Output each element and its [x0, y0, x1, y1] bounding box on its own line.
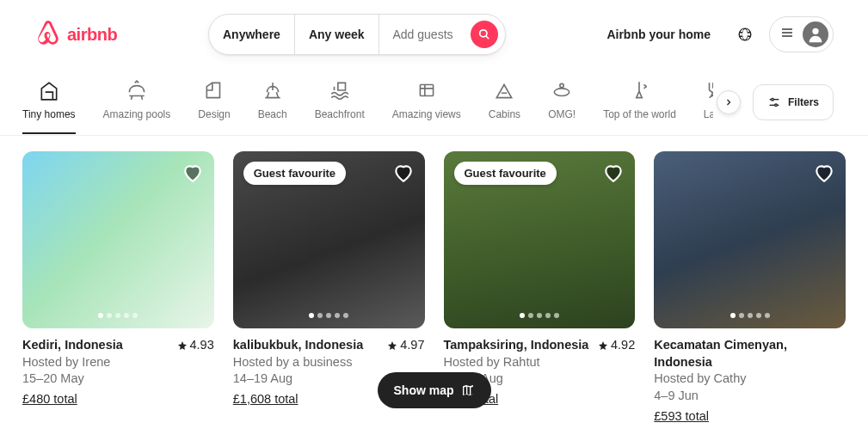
category-tab[interactable]: Tiny homes [22, 79, 76, 134]
category-icon [416, 79, 438, 101]
listing-card[interactable]: Kecamatan Cimenyan, Indonesia Hosted by … [654, 151, 846, 425]
user-menu[interactable] [769, 16, 834, 52]
category-icon [38, 79, 60, 101]
category-icon [126, 79, 148, 101]
svg-line-1 [485, 36, 489, 40]
listing-dates: 15–20 May [22, 371, 214, 388]
wishlist-heart-icon[interactable] [813, 162, 835, 187]
category-icon [329, 79, 351, 101]
listing-dates: 4–9 Jun [654, 388, 846, 405]
category-icon [628, 79, 650, 101]
category-icon [551, 79, 573, 101]
category-label: Amazing views [392, 108, 461, 120]
guest-favourite-badge: Guest favourite [243, 162, 346, 185]
category-icon [704, 79, 713, 101]
category-label: Tiny homes [22, 108, 76, 120]
svg-point-0 [479, 30, 486, 37]
photo-dots [730, 313, 770, 318]
avatar-icon [803, 21, 828, 47]
listing-rating: 4.93 [177, 337, 214, 354]
category-tab[interactable]: Amazing pools [103, 79, 171, 134]
filters-icon [767, 95, 781, 109]
photo-dots [520, 313, 559, 318]
show-map-button[interactable]: Show map [377, 372, 490, 408]
category-label: Design [198, 108, 230, 120]
listing-title: Kediri, Indonesia [22, 337, 123, 354]
svg-point-7 [554, 88, 569, 95]
svg-point-10 [772, 98, 774, 101]
category-icon [262, 79, 284, 101]
search-button[interactable] [471, 21, 498, 48]
category-label: Amazing pools [103, 108, 171, 120]
category-icon [203, 79, 225, 101]
listing-title: kalibukbuk, Indonesia [233, 337, 363, 354]
filters-label: Filters [788, 96, 819, 108]
listing-host: Hosted by Cathy [654, 371, 846, 388]
logo-text: airbnb [67, 25, 117, 45]
search-who[interactable]: Add guests [379, 15, 467, 54]
search-bar[interactable]: Anywhere Any week Add guests [208, 14, 506, 55]
category-tab[interactable]: Beachfront [315, 79, 365, 134]
listing-image [654, 151, 846, 328]
listing-price: £480 total [22, 391, 77, 408]
photo-dots [98, 313, 138, 318]
category-label: Beachfront [315, 108, 365, 120]
menu-icon [780, 26, 794, 43]
listing-image [22, 151, 214, 328]
category-tab[interactable]: Design [198, 79, 230, 134]
map-icon [461, 383, 475, 397]
category-icon [493, 79, 515, 101]
listing-host: Hosted by Irene [22, 354, 214, 371]
category-tab[interactable]: Lake [704, 79, 713, 134]
globe-icon[interactable] [728, 17, 762, 52]
listing-image: Guest favourite [444, 151, 636, 328]
listing-title: Tampaksiring, Indonesia [444, 337, 589, 354]
wishlist-heart-icon[interactable] [182, 162, 204, 187]
svg-point-12 [775, 104, 778, 107]
wishlist-heart-icon[interactable] [602, 162, 625, 187]
category-tab[interactable]: Cabins [489, 79, 520, 134]
category-tab[interactable]: Amazing views [392, 79, 461, 134]
listing-price: £593 total [654, 408, 709, 426]
category-label: Beach [258, 108, 287, 120]
listing-title: Kecamatan Cimenyan, Indonesia [654, 337, 846, 371]
listing-rating: 4.92 [598, 337, 635, 354]
svg-point-5 [812, 28, 818, 34]
category-label: Cabins [489, 108, 520, 120]
listing-price: £1,608 total [233, 391, 299, 408]
listing-card[interactable]: Kediri, Indonesia 4.93 Hosted by Irene 1… [22, 151, 214, 425]
airbnb-logo-icon [34, 19, 62, 50]
search-where[interactable]: Anywhere [209, 15, 294, 54]
category-tabs: Tiny homesAmazing poolsDesignBeachBeachf… [22, 70, 713, 134]
category-tab[interactable]: Beach [258, 79, 287, 134]
svg-point-8 [560, 83, 563, 87]
category-label: Top of the world [603, 108, 676, 120]
filters-button[interactable]: Filters [753, 84, 834, 120]
search-when[interactable]: Any week [294, 15, 379, 54]
guest-favourite-badge: Guest favourite [454, 162, 557, 185]
wishlist-heart-icon[interactable] [392, 162, 415, 187]
category-label: OMG! [548, 108, 576, 120]
listing-host: Hosted by a business [233, 354, 425, 371]
category-label: Lake [704, 108, 713, 120]
svg-rect-6 [420, 84, 433, 95]
show-map-label: Show map [393, 383, 453, 397]
listing-host: Hosted by Rahtut [444, 354, 636, 371]
logo[interactable]: airbnb [34, 19, 117, 50]
listing-image: Guest favourite [233, 151, 425, 328]
host-link[interactable]: Airbnb your home [596, 17, 721, 52]
listing-rating: 4.97 [387, 337, 424, 354]
category-tab[interactable]: Top of the world [603, 79, 676, 134]
category-scroll-right[interactable] [717, 90, 741, 114]
photo-dots [309, 313, 348, 318]
category-tab[interactable]: OMG! [548, 79, 576, 134]
